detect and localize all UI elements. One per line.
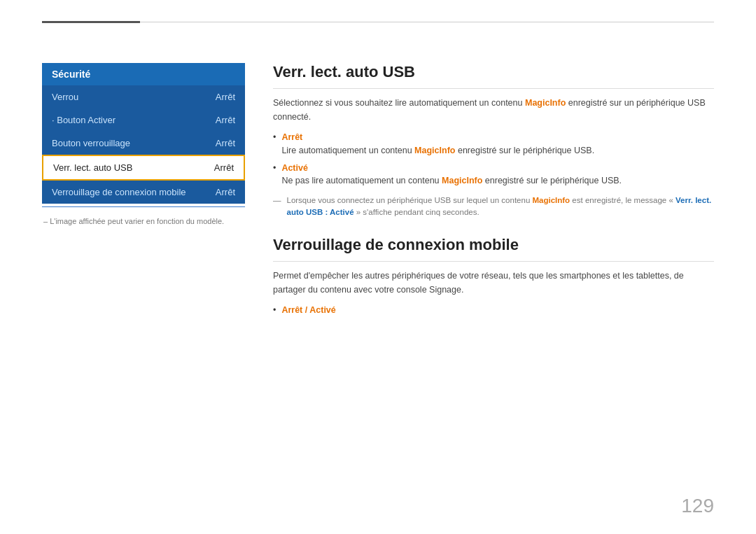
section1-title: Verr. lect. auto USB — [273, 63, 714, 89]
sidebar-item-bouton-verrouillage[interactable]: Bouton verrouillage Arrêt — [42, 132, 245, 155]
top-line-dark — [42, 21, 140, 23]
bullet-arret-active: Arrêt / Activé — [273, 304, 714, 317]
section1-magic-info: MagicInfo — [525, 98, 566, 108]
sidebar-item-verrouillage-mobile-label: Verrouillage de connexion mobile — [52, 187, 186, 197]
bullet-active: Activé Ne pas lire automatiquement un co… — [273, 162, 714, 188]
bullet-arret-label: Arrêt — [281, 132, 302, 142]
sidebar-item-verrou-value: Arrêt — [216, 92, 235, 102]
sidebar-item-bouton-activer-value: Arrêt — [216, 115, 235, 125]
section1-desc-text: Sélectionnez si vous souhaitez lire auto… — [273, 98, 522, 108]
sidebar-item-verrouillage-mobile[interactable]: Verrouillage de connexion mobile Arrêt — [42, 181, 245, 204]
bullet-arret-desc: Lire automatiquement un contenu MagicInf… — [281, 146, 594, 155]
sidebar-item-verrou[interactable]: Verrou Arrêt — [42, 85, 245, 108]
bullet-arret-label2: Arrêt / Activé — [281, 305, 335, 315]
top-line-light — [140, 22, 714, 22]
section2-bullets: Arrêt / Activé — [273, 304, 714, 317]
top-decoration — [42, 21, 714, 23]
page-number: 129 — [681, 495, 714, 517]
sidebar-title: Sécurité — [42, 63, 245, 85]
section-verr-lect: Verr. lect. auto USB Sélectionnez si vou… — [273, 63, 714, 219]
section1-bullets: Arrêt Lire automatiquement un contenu Ma… — [273, 131, 714, 188]
sidebar-item-bouton-verrouillage-value: Arrêt — [216, 138, 235, 148]
sidebar-divider — [42, 206, 245, 207]
sidebar: Sécurité Verrou Arrêt · Bouton Activer A… — [42, 63, 245, 323]
main-content: Verr. lect. auto USB Sélectionnez si vou… — [273, 63, 714, 323]
sidebar-item-verr-lect-value: Arrêt — [214, 162, 234, 173]
sidebar-item-bouton-activer[interactable]: · Bouton Activer Arrêt — [42, 108, 245, 132]
sidebar-item-verr-lect[interactable]: Verr. lect. auto USB Arrêt — [42, 155, 245, 181]
sidebar-item-bouton-activer-label: · Bouton Activer — [52, 115, 115, 125]
section1-note-text: Lorsque vous connectez un périphérique U… — [287, 195, 715, 219]
bullet-active-label: Activé — [281, 163, 308, 173]
sidebar-menu: Verrou Arrêt · Bouton Activer Arrêt Bout… — [42, 85, 245, 204]
section1-description: Sélectionnez si vous souhaitez lire auto… — [273, 96, 714, 124]
bullet-active-desc: Ne pas lire automatiquement un contenu M… — [281, 176, 622, 185]
page: Sécurité Verrou Arrêt · Bouton Activer A… — [0, 0, 756, 534]
bullet-arret: Arrêt Lire automatiquement un contenu Ma… — [273, 131, 714, 157]
section2-title: Verrouillage de connexion mobile — [273, 236, 714, 262]
section2-description: Permet d'empêcher les autres périphériqu… — [273, 269, 714, 297]
section-verrouillage-mobile: Verrouillage de connexion mobile Permet … — [273, 236, 714, 317]
sidebar-item-bouton-verrouillage-label: Bouton verrouillage — [52, 138, 130, 148]
sidebar-item-verrou-label: Verrou — [52, 92, 78, 102]
sidebar-footer: – L'image affichée peut varier en foncti… — [42, 217, 245, 225]
sidebar-item-verr-lect-label: Verr. lect. auto USB — [53, 162, 132, 173]
content-area: Sécurité Verrou Arrêt · Bouton Activer A… — [42, 63, 714, 323]
sidebar-item-verrouillage-mobile-value: Arrêt — [216, 187, 235, 197]
section1-note: Lorsque vous connectez un périphérique U… — [273, 195, 714, 219]
